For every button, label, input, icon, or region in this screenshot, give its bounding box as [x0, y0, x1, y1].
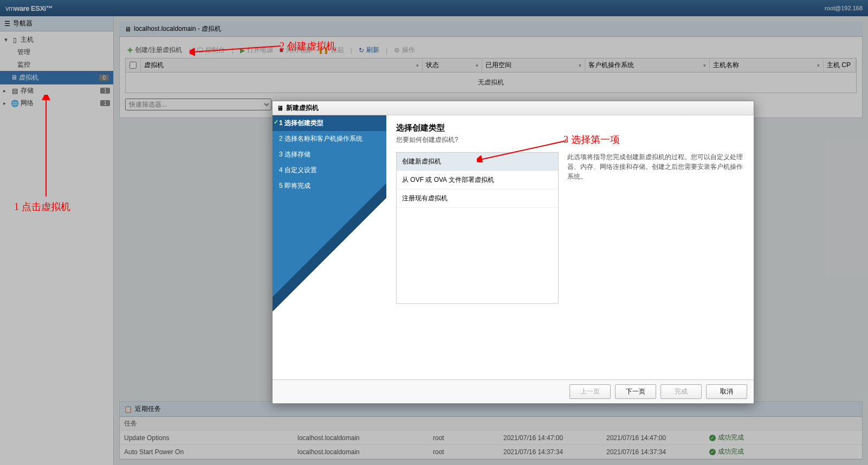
option-create-new[interactable]: 创建新虚拟机	[397, 153, 558, 171]
wizard-sidebar: 1 选择创建类型 2 选择名称和客户机操作系统 3 选择存储 4 自定义设置 5…	[273, 115, 386, 379]
next-button[interactable]: 下一页	[615, 384, 656, 399]
finish-button[interactable]: 完成	[660, 384, 702, 399]
vmware-logo: vmware®	[289, 355, 338, 370]
option-deploy-ovf[interactable]: 从 OVF 或 OVA 文件部署虚拟机	[397, 171, 558, 189]
vm-icon: 🖥	[277, 104, 283, 112]
dialog-subheading: 您要如何创建虚拟机?	[396, 135, 744, 145]
wizard-step-2: 2 选择名称和客户机操作系统	[273, 131, 386, 147]
wizard-step-1[interactable]: 1 选择创建类型	[273, 115, 386, 131]
wizard-step-5: 5 即将完成	[273, 178, 386, 194]
back-button[interactable]: 上一页	[569, 384, 611, 399]
new-vm-dialog: 🖥 新建虚拟机 1 选择创建类型 2 选择名称和客户机操作系统 3 选择存储 4…	[272, 101, 754, 404]
wizard-step-3: 3 选择存储	[273, 147, 386, 162]
cancel-button[interactable]: 取消	[706, 384, 747, 399]
wizard-step-4: 4 自定义设置	[273, 162, 386, 178]
creation-type-list: 创建新虚拟机 从 OVF 或 OVA 文件部署虚拟机 注册现有虚拟机	[396, 152, 559, 304]
dialog-title: 🖥 新建虚拟机	[273, 101, 754, 115]
option-register-existing[interactable]: 注册现有虚拟机	[397, 189, 558, 208]
dialog-heading: 选择创建类型	[396, 123, 744, 133]
option-description: 此选项将指导您完成创建新虚拟机的过程。您可以自定义处理器、内存、网络连接和存储。…	[567, 152, 744, 304]
